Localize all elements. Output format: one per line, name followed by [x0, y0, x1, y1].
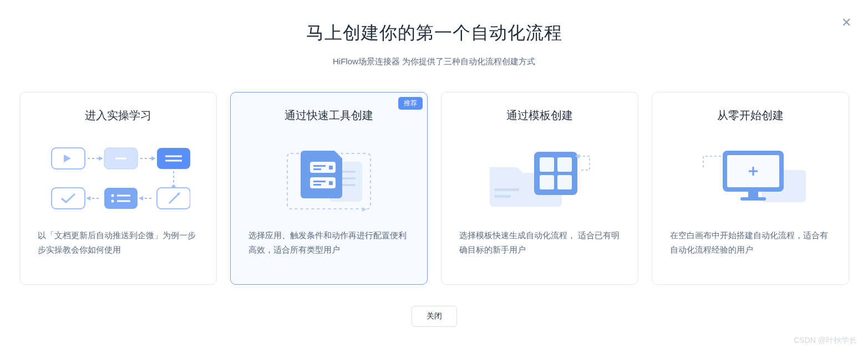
- svg-rect-16: [104, 188, 138, 209]
- svg-point-17: [111, 194, 114, 197]
- card-desc: 选择应用、触发条件和动作再进行配置便利高效，适合所有类型用户: [247, 228, 410, 257]
- blank-canvas-icon: [669, 129, 832, 228]
- watermark: CSDN @叶秋学长: [794, 336, 857, 346]
- footer: 关闭: [0, 306, 868, 327]
- svg-rect-35: [329, 166, 333, 170]
- card-tutorial[interactable]: 进入实操学习: [19, 92, 217, 285]
- svg-marker-3: [99, 156, 103, 161]
- svg-rect-13: [52, 188, 85, 209]
- card-quick-tool[interactable]: 推荐 通过快速工具创建 选择应: [230, 92, 428, 285]
- svg-rect-43: [540, 157, 554, 172]
- close-button[interactable]: 关闭: [412, 306, 457, 327]
- svg-marker-15: [86, 196, 90, 201]
- close-icon[interactable]: ✕: [841, 16, 851, 30]
- svg-rect-55: [740, 197, 766, 201]
- svg-rect-33: [313, 165, 326, 167]
- svg-rect-54: [748, 192, 758, 197]
- card-template[interactable]: 通过模板创建 选择模板快速生成自动化流程， 适合已有明确目标的新手用户: [441, 92, 638, 285]
- svg-rect-34: [313, 168, 321, 170]
- page-title: 马上创建你的第一个自动化流程: [0, 21, 868, 45]
- card-title: 通过模板创建: [458, 108, 621, 123]
- card-title: 从零开始创建: [669, 108, 832, 123]
- svg-rect-8: [157, 148, 190, 169]
- svg-rect-44: [557, 157, 572, 172]
- svg-rect-46: [557, 175, 572, 189]
- svg-rect-37: [313, 181, 326, 182]
- svg-rect-39: [329, 181, 333, 185]
- card-from-scratch[interactable]: 从零开始创建 在空白画布中开始搭建自动化流程，适合有自动化流程经验的用户: [652, 92, 849, 285]
- tutorial-flow-icon: [37, 129, 200, 228]
- recommend-badge: 推荐: [398, 97, 423, 110]
- svg-rect-40: [494, 188, 519, 191]
- cards-row: 进入实操学习: [0, 92, 868, 285]
- svg-point-19: [111, 200, 114, 203]
- svg-rect-45: [540, 175, 554, 189]
- page-subtitle: HiFlow场景连接器 为你提供了三种自动化流程创建方式: [0, 57, 868, 67]
- header: 马上创建你的第一个自动化流程 HiFlow场景连接器 为你提供了三种自动化流程创…: [0, 0, 868, 67]
- card-title: 通过快速工具创建: [247, 108, 410, 123]
- card-desc: 在空白画布中开始搭建自动化流程，适合有自动化流程经验的用户: [669, 228, 832, 257]
- quick-tool-icon: [247, 129, 410, 228]
- svg-marker-27: [362, 207, 367, 212]
- card-title: 进入实操学习: [37, 108, 200, 123]
- template-icon: [458, 129, 621, 228]
- svg-marker-22: [139, 196, 143, 201]
- svg-marker-7: [151, 156, 156, 161]
- card-desc: 选择模板快速生成自动化流程， 适合已有明确目标的新手用户: [458, 228, 621, 257]
- svg-rect-38: [313, 184, 321, 186]
- svg-rect-41: [494, 195, 511, 198]
- card-desc: 以「文档更新后自动推送到企微」为例一步步实操教会你如何使用: [37, 228, 200, 257]
